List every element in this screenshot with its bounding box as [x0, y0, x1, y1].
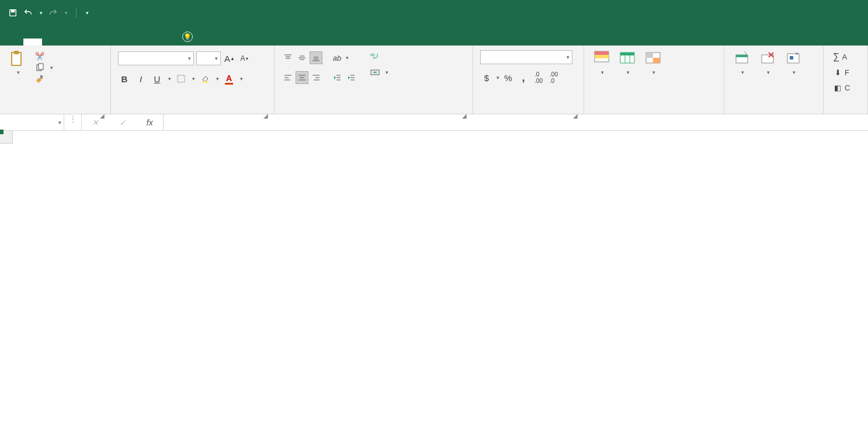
- font-size-select[interactable]: ▾: [196, 51, 221, 65]
- eraser-icon: ◧: [833, 83, 842, 92]
- svg-rect-49: [790, 56, 793, 60]
- bold-button[interactable]: B: [118, 72, 131, 85]
- wrap-text-button[interactable]: ab: [368, 50, 391, 62]
- borders-button[interactable]: [175, 72, 188, 85]
- svg-rect-7: [178, 75, 185, 82]
- delete-button[interactable]: ▾: [755, 48, 780, 77]
- copy-button[interactable]: ▾: [33, 62, 55, 74]
- title-bar: ▾ ▾ ▾: [0, 0, 868, 26]
- svg-rect-43: [646, 53, 653, 58]
- font-color-button[interactable]: A: [223, 72, 235, 85]
- undo-icon[interactable]: [23, 8, 33, 18]
- scissors-icon: ✂️: [35, 51, 44, 61]
- clear-button[interactable]: ◧C: [831, 82, 852, 93]
- save-icon[interactable]: [8, 8, 18, 18]
- redo-icon[interactable]: [48, 8, 58, 18]
- cell-styles-button[interactable]: ▾: [640, 48, 666, 77]
- svg-rect-36: [595, 51, 609, 55]
- align-middle-icon[interactable]: [296, 51, 308, 64]
- enter-icon[interactable]: ✓: [119, 118, 126, 127]
- group-label-font: ◢: [116, 111, 269, 114]
- svg-rect-6: [40, 75, 43, 79]
- merge-center-button[interactable]: ▾: [368, 67, 391, 78]
- comma-button[interactable]: ,: [517, 71, 530, 84]
- formula-bar-icons: ✕ ✓ fx: [82, 114, 164, 130]
- italic-button[interactable]: I: [134, 72, 147, 85]
- paste-button[interactable]: ▾: [5, 48, 30, 77]
- decrease-font-icon[interactable]: A▼: [238, 52, 251, 65]
- format-painter-button[interactable]: [33, 74, 55, 85]
- svg-text:ab: ab: [370, 53, 375, 57]
- tab-review[interactable]: [117, 39, 136, 46]
- ribbon-panel: ▾ ✂️ ▾: [0, 46, 868, 114]
- format-button[interactable]: ▾: [780, 48, 806, 77]
- paintbrush-icon: [35, 75, 44, 84]
- increase-indent-icon[interactable]: [345, 71, 357, 84]
- svg-rect-46: [736, 55, 748, 57]
- group-label-number: ◢: [478, 111, 579, 114]
- group-alignment: ab▾ ab ▾: [275, 46, 473, 114]
- svg-rect-1: [11, 10, 14, 12]
- svg-rect-8: [202, 81, 209, 83]
- cut-button[interactable]: ✂️: [33, 50, 55, 62]
- cancel-icon[interactable]: ✕: [92, 118, 99, 127]
- svg-rect-37: [595, 55, 609, 58]
- group-editing: ∑ A ⬇F ◧C: [824, 46, 868, 114]
- svg-rect-39: [620, 53, 634, 55]
- copy-icon: [35, 63, 44, 72]
- group-label-styles: [589, 111, 719, 114]
- group-label-cells: [729, 111, 818, 114]
- increase-font-icon[interactable]: A▲: [223, 52, 236, 65]
- tab-page-layout[interactable]: [61, 39, 79, 46]
- group-label-clipboard: ◢: [5, 111, 106, 114]
- wrap-text-icon: ab: [370, 51, 380, 61]
- svg-rect-2: [12, 53, 21, 65]
- name-box[interactable]: ▾: [0, 114, 64, 130]
- align-center-icon[interactable]: [296, 71, 308, 84]
- tab-file[interactable]: [5, 39, 23, 46]
- number-format-select[interactable]: ▾: [480, 50, 572, 64]
- group-font: ▾ ▾ A▲ A▼ B I U▾ ▾ ▾ A▾ ◢: [111, 46, 275, 114]
- tab-help[interactable]: [154, 39, 173, 46]
- decrease-decimal-icon[interactable]: .00.0: [547, 71, 560, 84]
- svg-rect-3: [14, 51, 19, 54]
- group-styles: ▾ ▾ ▾: [584, 46, 724, 114]
- group-cells: ▾ ▾ ▾: [724, 46, 824, 114]
- decrease-indent-icon[interactable]: [331, 71, 343, 84]
- fill-button[interactable]: ⬇F: [831, 67, 852, 78]
- orientation-button[interactable]: ab: [331, 51, 343, 64]
- group-label-editing: [828, 111, 863, 114]
- align-top-icon[interactable]: [282, 51, 294, 64]
- align-right-icon[interactable]: [310, 71, 322, 84]
- percent-button[interactable]: %: [502, 71, 515, 84]
- align-bottom-icon[interactable]: [310, 51, 322, 64]
- group-label-alignment: ◢: [279, 111, 468, 114]
- quick-access-toolbar: ▾ ▾ ▾: [0, 8, 89, 18]
- conditional-formatting-button[interactable]: ▾: [589, 48, 614, 77]
- format-as-table-button[interactable]: ▾: [614, 48, 640, 77]
- tab-formulas[interactable]: [79, 39, 98, 46]
- fill-color-button[interactable]: [199, 72, 211, 85]
- select-all-corner[interactable]: [0, 131, 13, 144]
- lightbulb-icon: 💡: [182, 32, 193, 42]
- group-number: ▾ $▾ % , .0.00 .00.0 ◢: [473, 46, 584, 114]
- currency-button[interactable]: $: [480, 71, 493, 84]
- autosum-button[interactable]: ∑ A: [831, 50, 852, 63]
- svg-rect-44: [653, 58, 660, 63]
- svg-rect-5: [39, 64, 43, 69]
- increase-decimal-icon[interactable]: .0.00: [532, 71, 545, 84]
- ribbon-tabs: 💡: [0, 26, 868, 46]
- align-left-icon[interactable]: [282, 71, 294, 84]
- tell-me[interactable]: 💡: [173, 28, 207, 46]
- underline-button[interactable]: U: [151, 72, 164, 85]
- tab-insert[interactable]: [42, 39, 61, 46]
- tab-view[interactable]: [136, 39, 154, 46]
- insert-button[interactable]: ▾: [729, 48, 755, 77]
- formula-bar: ▾ ⋮ ✕ ✓ fx: [0, 114, 868, 131]
- tab-home[interactable]: [23, 39, 42, 46]
- fill-down-icon: ⬇: [833, 68, 842, 77]
- group-clipboard: ▾ ✂️ ▾: [0, 46, 111, 114]
- font-name-select[interactable]: ▾: [118, 51, 194, 65]
- fx-icon[interactable]: fx: [147, 118, 153, 127]
- tab-data[interactable]: [98, 39, 117, 46]
